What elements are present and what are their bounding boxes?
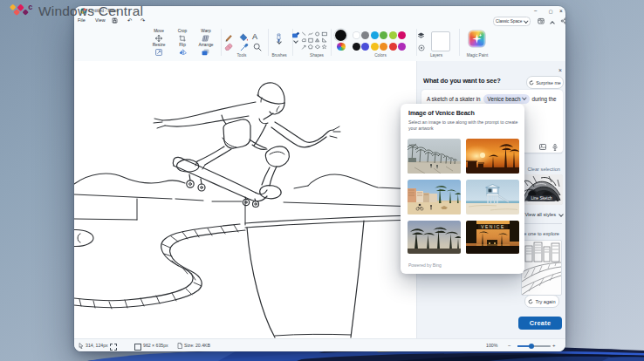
windows-central-watermark: c Windows Central bbox=[7, 2, 143, 21]
layer-target-icon[interactable] bbox=[418, 44, 425, 51]
venice-sign-text: VENICE bbox=[481, 224, 505, 229]
palette-color-r1-6[interactable] bbox=[398, 31, 406, 39]
prompt-actions bbox=[539, 144, 558, 151]
image-picker-popup: Image of Venice Beach Select an image to… bbox=[401, 104, 524, 274]
zoom-slider[interactable] bbox=[517, 345, 551, 347]
resize-icon[interactable] bbox=[155, 49, 162, 56]
design-gallery-icon[interactable] bbox=[538, 17, 545, 24]
magic-paint-icon[interactable] bbox=[469, 31, 485, 47]
flip-icon[interactable] bbox=[179, 49, 187, 56]
view-all-styles-label: View all styles bbox=[524, 212, 556, 217]
venice-image-option-2[interactable] bbox=[466, 139, 519, 174]
location-pill-label: Venice beach bbox=[488, 96, 521, 102]
warp-icon[interactable] bbox=[202, 35, 209, 42]
layers-stack-icon[interactable] bbox=[417, 32, 425, 39]
status-bar: 314, 124px 962 × 635px Size: 20.4KB 100%… bbox=[74, 338, 565, 351]
skater-sketch bbox=[74, 61, 416, 338]
panel-close-icon[interactable]: × bbox=[556, 66, 565, 75]
zoom-slider-thumb[interactable] bbox=[529, 344, 534, 349]
popup-subtitle: Select an image to use along with the pr… bbox=[408, 119, 522, 132]
desktop: { "watermark": { "text": "Windows Centra… bbox=[0, 0, 644, 361]
pencil-tool-icon[interactable] bbox=[224, 33, 233, 42]
palette-color-r1-4[interactable] bbox=[380, 31, 387, 39]
prompt-prefix: A sketch of a skater in bbox=[427, 96, 481, 102]
canvas-size-icon bbox=[134, 344, 141, 351]
palette-color-r2-3[interactable] bbox=[371, 43, 379, 51]
venice-image-option-3[interactable] bbox=[408, 180, 461, 215]
venice-image-option-1[interactable] bbox=[408, 139, 461, 174]
text-tool-icon[interactable]: A bbox=[252, 32, 257, 41]
chevron-down-icon bbox=[524, 18, 529, 23]
palette-color-r1-1[interactable] bbox=[353, 31, 360, 39]
thumb-sunset-art bbox=[466, 139, 519, 174]
minimize-button[interactable]: − bbox=[530, 6, 542, 16]
try-again-button[interactable]: Try again bbox=[524, 295, 559, 308]
selected-style-card[interactable]: Line Sketch bbox=[520, 174, 563, 205]
close-button[interactable]: × bbox=[555, 6, 565, 16]
color-picker-tool-icon[interactable] bbox=[240, 43, 249, 51]
warp-label: Warp bbox=[195, 29, 216, 33]
palette-color-r2-2[interactable] bbox=[361, 43, 369, 51]
popup-footer: Powered by Bing bbox=[408, 262, 442, 268]
pill-chevron-icon bbox=[522, 95, 526, 99]
magnifier-tool-icon[interactable] bbox=[253, 43, 262, 51]
shapes-group-label: Shapes bbox=[299, 53, 334, 58]
thumb-boardwalk-art bbox=[408, 139, 461, 174]
shapes-dropdown-icon[interactable] bbox=[293, 38, 298, 44]
tools-group-label: Tools bbox=[224, 53, 259, 58]
view-all-styles-link[interactable]: View all styles bbox=[517, 212, 565, 217]
toolbar-separator bbox=[331, 29, 332, 56]
microphone-icon[interactable] bbox=[552, 144, 558, 151]
eraser-tool-icon[interactable] bbox=[224, 43, 233, 51]
location-pill[interactable]: Venice beach bbox=[483, 94, 530, 104]
venice-image-option-5[interactable] bbox=[408, 221, 461, 254]
color-wheel-icon[interactable] bbox=[337, 43, 346, 51]
style-tag: Line Sketch bbox=[520, 187, 563, 203]
zoom-out-button[interactable]: − bbox=[508, 343, 511, 348]
palette-color-r2-4[interactable] bbox=[380, 43, 387, 51]
palette-color-r1-3[interactable] bbox=[371, 31, 379, 39]
surprise-me-label: Surprise me bbox=[536, 80, 561, 85]
thumb-palm-trees-art bbox=[408, 221, 461, 254]
fill-tool-icon[interactable] bbox=[239, 33, 249, 42]
share-icon[interactable] bbox=[560, 17, 565, 24]
zoom-in-button[interactable]: + bbox=[552, 343, 556, 348]
style-tag-label: Line Sketch bbox=[527, 195, 555, 201]
layer-thumbnail[interactable] bbox=[431, 31, 450, 51]
palette-color-r1-2[interactable] bbox=[361, 31, 369, 39]
cursor-position-icon bbox=[79, 343, 84, 349]
crop-icon[interactable] bbox=[179, 35, 186, 42]
brushes-group-label: Brushes bbox=[262, 53, 297, 58]
popup-title: Image of Venice Beach bbox=[408, 109, 475, 117]
move-label: Move bbox=[149, 29, 168, 33]
title-bar: Untitled - Paint − ▢ × bbox=[74, 6, 565, 16]
style-selector-label: Classic Space bbox=[496, 19, 522, 24]
palette-color-r1-5[interactable] bbox=[389, 31, 397, 39]
arrange-label: Arrange bbox=[193, 43, 219, 47]
surprise-me-button[interactable]: Surprise me bbox=[526, 76, 564, 89]
move-icon[interactable] bbox=[155, 35, 162, 42]
palette-color-r2-5[interactable] bbox=[389, 43, 397, 51]
current-color-swatch[interactable] bbox=[335, 30, 346, 41]
view-styles-chevron-icon bbox=[558, 212, 564, 217]
file-size-value: Size: 20.4KB bbox=[184, 343, 210, 348]
resize-label: Resize bbox=[148, 43, 169, 47]
file-size-icon bbox=[177, 343, 182, 349]
shapes-grid[interactable] bbox=[301, 31, 328, 51]
palette-color-r2-1[interactable] bbox=[353, 43, 360, 51]
toolbar-separator bbox=[268, 29, 269, 56]
venice-image-option-4[interactable] bbox=[466, 180, 519, 215]
drawing-canvas[interactable] bbox=[74, 61, 416, 338]
create-button[interactable]: Create bbox=[518, 317, 562, 330]
generated-sketch-thumbnail[interactable] bbox=[521, 240, 562, 296]
cursor-position-value: 314, 124px bbox=[86, 343, 108, 348]
palette-color-r2-6[interactable] bbox=[398, 43, 406, 51]
layers-group-label: Layers bbox=[419, 53, 454, 58]
arrange-icon[interactable] bbox=[202, 49, 209, 56]
windows-central-logo: c bbox=[7, 2, 34, 21]
popup-image-grid: VENICE bbox=[408, 139, 519, 254]
venice-image-option-6[interactable]: VENICE bbox=[466, 221, 519, 254]
add-image-icon[interactable] bbox=[539, 144, 546, 150]
prompt-text: A sketch of a skater in Venice beach dur… bbox=[427, 94, 557, 104]
crop-label: Crop bbox=[173, 29, 192, 33]
